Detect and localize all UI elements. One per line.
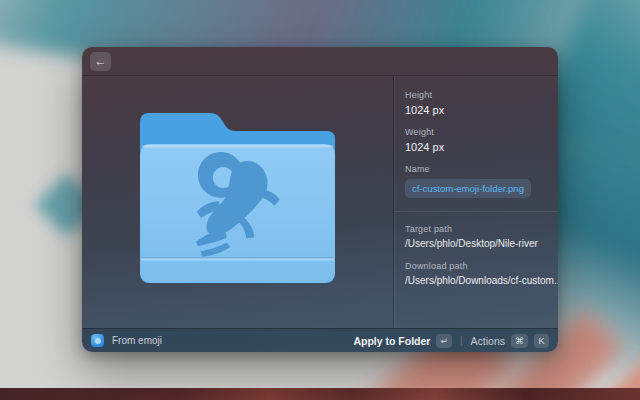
source-mode-label: From emoji	[112, 335, 162, 346]
custom-folder-preview	[138, 113, 337, 285]
section-divider	[394, 211, 558, 212]
weight-label: Weight	[405, 127, 546, 137]
actions-label: Actions	[471, 335, 505, 347]
k-key-icon: K	[534, 334, 549, 348]
back-arrow-icon: ←	[95, 55, 107, 67]
return-key-icon: ↵	[436, 334, 452, 348]
actions-button[interactable]: Actions ⌘ K	[471, 334, 549, 348]
height-value: 1024 px	[405, 104, 546, 116]
window-main: Height 1024 px Weight 1024 px Name cf-cu…	[82, 76, 558, 328]
footer-actions: Apply to Folder ↵ | Actions ⌘ K	[353, 334, 549, 348]
app-icon	[91, 334, 104, 347]
target-path-value: /Users/phlo/Desktop/Nile-river	[405, 238, 546, 249]
apply-to-folder-label: Apply to Folder	[353, 335, 430, 347]
window-header: ←	[82, 47, 558, 76]
background-bottom-strip	[0, 388, 640, 400]
apply-to-folder-button[interactable]: Apply to Folder ↵	[353, 334, 452, 348]
folder-preview-pane	[82, 76, 393, 328]
target-path-label: Target path	[405, 224, 546, 234]
window-footer: From emoji Apply to Folder ↵ | Actions ⌘…	[82, 328, 558, 352]
command-key-icon: ⌘	[511, 334, 528, 348]
weight-value: 1024 px	[405, 141, 546, 153]
details-panel: Height 1024 px Weight 1024 px Name cf-cu…	[393, 76, 558, 328]
footer-separator: |	[460, 335, 463, 346]
app-window: ←	[82, 47, 558, 352]
download-path-value: /Users/phlo/Downloads/cf-custom...	[405, 275, 546, 286]
download-path-label: Download path	[405, 261, 546, 271]
back-button[interactable]: ←	[90, 52, 111, 71]
height-label: Height	[405, 90, 546, 100]
source-mode-chip: From emoji	[91, 334, 162, 347]
name-label: Name	[405, 164, 546, 174]
file-name-badge[interactable]: cf-custom-emoji-folder.png	[405, 179, 531, 198]
